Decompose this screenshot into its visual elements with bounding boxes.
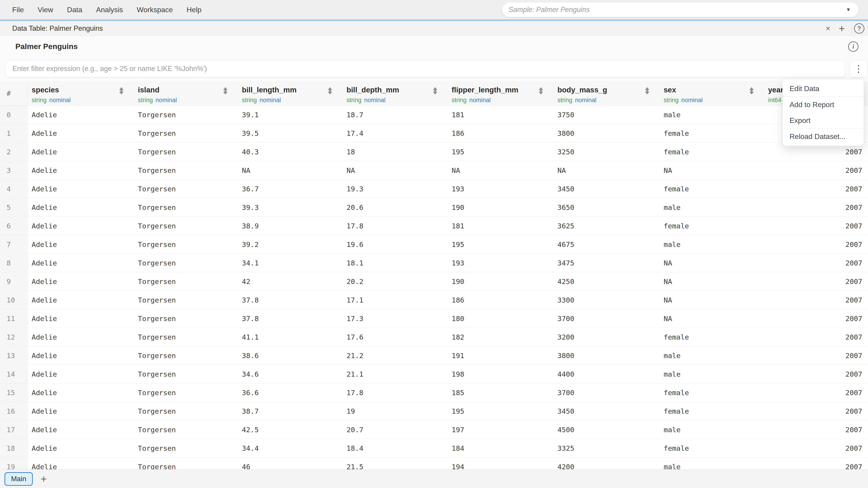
cell-sex: male <box>659 346 764 365</box>
cell-sex: female <box>659 402 764 420</box>
sort-arrows-icon[interactable] <box>537 87 544 96</box>
row-index: 14 <box>0 365 28 383</box>
cell-year: 2007 <box>764 328 868 346</box>
menu-analysis[interactable]: Analysis <box>96 6 123 14</box>
cell-species: Adelie <box>28 180 134 198</box>
menu-data[interactable]: Data <box>67 6 82 14</box>
tab-bar-actions: × + ? <box>822 21 868 36</box>
cell-flipper_length_mm: 195 <box>447 235 553 254</box>
cell-island: Torgersen <box>134 439 238 457</box>
cell-body_mass_g: 3650 <box>553 198 659 217</box>
row-index: 16 <box>0 402 28 420</box>
cell-bill_depth_mm: 18 <box>342 142 447 161</box>
cell-year: 2007 <box>764 180 868 198</box>
sort-arrows-icon[interactable] <box>118 87 125 96</box>
index-column-header: # <box>0 81 28 105</box>
column-role: nominal <box>364 97 385 103</box>
menu-item-export[interactable]: Export <box>783 112 864 128</box>
dataset-selector[interactable]: Sample: Palmer Penguins ▼ <box>502 2 859 17</box>
column-header-body_mass_g[interactable]: body_mass_g stringnominal <box>553 81 659 105</box>
help-icon[interactable]: ? <box>854 23 864 34</box>
cell-year: 2007 <box>764 217 868 235</box>
table-row: 7AdelieTorgersen39.219.61954675male2007 <box>0 235 868 254</box>
cell-flipper_length_mm: NA <box>447 161 553 180</box>
cell-species: Adelie <box>28 365 134 383</box>
cell-flipper_length_mm: 197 <box>447 420 553 439</box>
cell-flipper_length_mm: 191 <box>447 346 553 365</box>
cell-bill_length_mm: 42.5 <box>238 420 342 439</box>
close-tab-icon[interactable]: × <box>822 24 834 33</box>
accent-divider <box>0 20 868 21</box>
cell-bill_length_mm: 37.8 <box>238 309 342 328</box>
info-icon[interactable]: i <box>848 41 859 52</box>
filter-expression-input[interactable] <box>5 60 845 77</box>
column-role: nominal <box>469 97 491 103</box>
row-index: 9 <box>0 272 28 291</box>
add-tab-icon[interactable]: + <box>834 22 849 35</box>
table-row: 18AdelieTorgersen34.418.41843325female20… <box>0 439 868 457</box>
cell-bill_depth_mm: 20.6 <box>342 198 447 217</box>
cell-island: Torgersen <box>134 291 238 309</box>
view-tab-title[interactable]: Data Table: Palmer Penguins <box>0 24 103 33</box>
column-header-bill_depth_mm[interactable]: bill_depth_mm stringnominal <box>342 81 447 105</box>
sort-arrows-icon[interactable] <box>327 87 333 96</box>
cell-bill_depth_mm: 17.6 <box>342 328 447 346</box>
menu-workspace[interactable]: Workspace <box>137 6 173 14</box>
cell-flipper_length_mm: 193 <box>447 180 553 198</box>
panel-header: Palmer Penguins i <box>0 36 868 57</box>
cell-species: Adelie <box>28 142 134 161</box>
row-index: 8 <box>0 254 28 272</box>
table-row: 8AdelieTorgersen34.118.11933475NA2007 <box>0 254 868 272</box>
cell-species: Adelie <box>28 161 134 180</box>
column-dtype: string <box>557 97 572 103</box>
cell-body_mass_g: 3750 <box>553 105 659 124</box>
menu-help[interactable]: Help <box>187 6 202 14</box>
table-row: 0AdelieTorgersen39.118.71813750male2007 <box>0 105 868 124</box>
menu-view[interactable]: View <box>38 6 53 14</box>
cell-bill_length_mm: 42 <box>238 272 342 291</box>
column-header-flipper_length_mm[interactable]: flipper_length_mm stringnominal <box>447 81 553 105</box>
cell-bill_length_mm: NA <box>238 161 342 180</box>
add-sheet-icon[interactable]: + <box>40 474 47 484</box>
row-index: 5 <box>0 198 28 217</box>
page-title: Palmer Penguins <box>0 42 78 51</box>
cell-year: 2007 <box>764 198 868 217</box>
table-row: 5AdelieTorgersen39.320.61903650male2007 <box>0 198 868 217</box>
menu-item-edit-data[interactable]: Edit Data <box>783 80 864 96</box>
cell-sex: NA <box>659 291 764 309</box>
menu-item-reload-dataset[interactable]: Reload Dataset... <box>783 129 864 144</box>
table-row: 15AdelieTorgersen36.617.81853700female20… <box>0 383 868 402</box>
cell-bill_depth_mm: 17.8 <box>342 383 447 402</box>
cell-island: Torgersen <box>134 124 238 142</box>
cell-flipper_length_mm: 195 <box>447 142 553 161</box>
cell-bill_length_mm: 34.4 <box>238 439 342 457</box>
row-index: 2 <box>0 142 28 161</box>
column-role: nominal <box>259 97 281 103</box>
sort-arrows-icon[interactable] <box>644 87 651 96</box>
cell-flipper_length_mm: 182 <box>447 328 553 346</box>
sort-arrows-icon[interactable] <box>222 87 229 96</box>
sort-arrows-icon[interactable] <box>748 87 755 96</box>
cell-species: Adelie <box>28 198 134 217</box>
cell-bill_length_mm: 39.2 <box>238 235 342 254</box>
sort-arrows-icon[interactable] <box>432 87 438 96</box>
column-header-bill_length_mm[interactable]: bill_length_mm stringnominal <box>238 81 342 105</box>
cell-sex: male <box>659 198 764 217</box>
cell-sex: NA <box>659 272 764 291</box>
column-header-island[interactable]: island stringnominal <box>134 81 238 105</box>
cell-bill_length_mm: 39.3 <box>238 198 342 217</box>
menu-item-add-to-report[interactable]: Add to Report <box>783 97 864 112</box>
column-header-species[interactable]: species stringnominal <box>28 81 134 105</box>
table-row: 10AdelieTorgersen37.817.11863300NA2007 <box>0 291 868 309</box>
column-header-sex[interactable]: sex stringnominal <box>659 81 764 105</box>
menu-file[interactable]: File <box>12 6 24 14</box>
cell-island: Torgersen <box>134 142 238 161</box>
table-menu-button[interactable]: ⋮ <box>850 60 867 77</box>
cell-bill_length_mm: 34.6 <box>238 365 342 383</box>
menu-bar: FileViewDataAnalysisWorkspaceHelp Sample… <box>0 0 868 20</box>
row-index: 18 <box>0 439 28 457</box>
cell-body_mass_g: 3625 <box>553 217 659 235</box>
cell-species: Adelie <box>28 328 134 346</box>
sheet-tab-main[interactable]: Main <box>4 472 33 486</box>
cell-island: Torgersen <box>134 365 238 383</box>
